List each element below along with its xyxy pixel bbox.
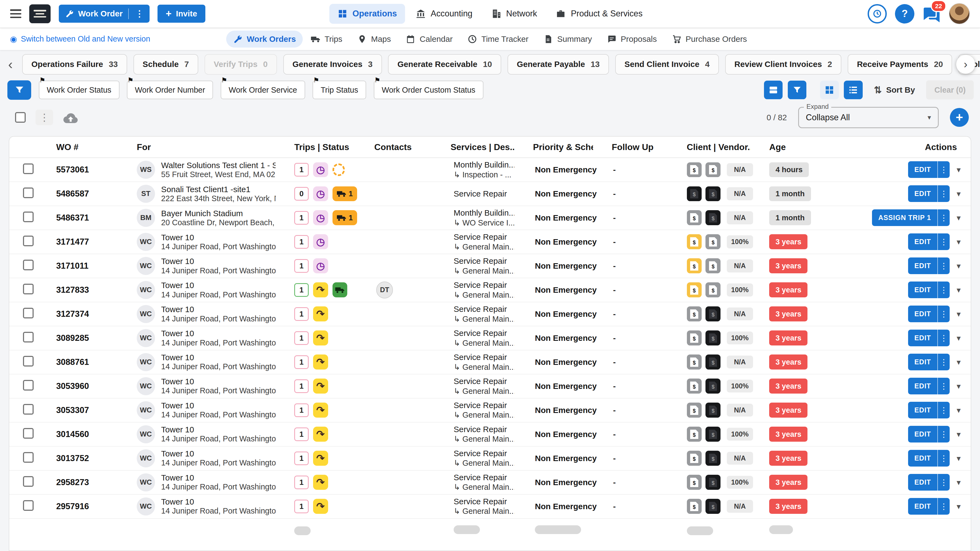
row-more-button[interactable]: ⋮ (937, 450, 950, 467)
row-checkbox[interactable] (23, 260, 33, 270)
trip-count-badge[interactable]: 1 (294, 283, 309, 297)
switch-version-link[interactable]: ◉ Switch between Old and New version (10, 34, 150, 44)
trip-count-badge[interactable]: 1 (294, 211, 309, 225)
grid-view-icon[interactable] (820, 81, 839, 100)
select-all-checkbox[interactable] (15, 112, 26, 123)
tab-work-orders[interactable]: Work Orders (226, 30, 303, 48)
row-more-button[interactable]: ⋮ (937, 257, 950, 274)
scroll-left-chevron-icon[interactable]: ‹ (5, 57, 16, 71)
row-more-button[interactable]: ⋮ (937, 378, 950, 394)
chip-trip-status[interactable]: Trip Status (313, 81, 366, 100)
row-expand-chevron-icon[interactable]: ▾ (957, 333, 961, 343)
tab-time-tracker[interactable]: Time Tracker (461, 30, 535, 48)
row-more-button[interactable]: ⋮ (937, 185, 950, 202)
chat-icon[interactable]: 22 (923, 7, 940, 23)
edit-button[interactable]: EDIT (908, 378, 937, 394)
row-expand-chevron-icon[interactable]: ▾ (957, 237, 961, 246)
tab-purchase-orders[interactable]: Purchase Orders (665, 30, 754, 48)
nav-product-services[interactable]: Product & Services (548, 4, 651, 24)
chip-work-order-number[interactable]: Work Order Number (127, 81, 213, 100)
row-expand-chevron-icon[interactable]: ▾ (957, 381, 961, 391)
trip-count-badge[interactable]: 1 (294, 403, 309, 417)
tab-proposals[interactable]: Proposals (600, 30, 664, 48)
edit-button[interactable]: EDIT (908, 330, 937, 346)
trip-count-badge[interactable]: 1 (294, 500, 309, 513)
chip-work-order-status[interactable]: Work Order Status (39, 81, 119, 100)
pipeline-generate-invoices[interactable]: Generate Invoices3 (283, 54, 382, 75)
header-age[interactable]: Age (751, 142, 838, 152)
trip-count-badge[interactable]: 1 (294, 331, 309, 345)
header-for[interactable]: For (118, 142, 275, 152)
row-checkbox[interactable] (23, 284, 33, 294)
row-more-button[interactable]: ⋮ (937, 233, 950, 250)
edit-button[interactable]: EDIT (908, 474, 937, 491)
row-checkbox[interactable] (23, 308, 33, 318)
row-expand-chevron-icon[interactable]: ▾ (957, 213, 961, 222)
cloud-upload-icon[interactable] (63, 111, 78, 123)
edit-button[interactable]: EDIT (908, 257, 937, 274)
row-expand-chevron-icon[interactable]: ▾ (957, 285, 961, 295)
edit-button[interactable]: EDIT (908, 498, 937, 514)
edit-button[interactable]: EDIT (908, 402, 937, 418)
row-more-button[interactable]: ⋮ (937, 354, 950, 370)
row-checkbox[interactable] (23, 380, 33, 391)
pipeline-generate-payable[interactable]: Generate Payable13 (508, 54, 609, 75)
filter-button[interactable] (7, 80, 31, 100)
row-checkbox[interactable] (23, 164, 33, 174)
chip-work-order-service[interactable]: Work Order Service (221, 81, 305, 100)
card-view-icon[interactable] (764, 81, 783, 100)
row-expand-chevron-icon[interactable]: ▾ (957, 309, 961, 319)
row-more-button[interactable]: ⋮ (937, 281, 950, 298)
row-checkbox[interactable] (23, 356, 33, 367)
scroll-right-chevron-icon[interactable]: › (956, 55, 975, 74)
row-checkbox[interactable] (23, 428, 33, 439)
work-order-button[interactable]: Work Order ⋮ (59, 5, 150, 23)
expand-collapse-dropdown[interactable]: Expand Collapse All ▾ (798, 107, 939, 128)
row-more-button[interactable]: ⋮ (937, 402, 950, 418)
trip-count-badge[interactable]: 1 (294, 307, 309, 321)
edit-button[interactable]: EDIT (908, 161, 937, 178)
header-trips-status[interactable]: Trips | Status (275, 142, 356, 152)
funnel-view-icon[interactable] (788, 81, 807, 100)
row-checkbox[interactable] (23, 452, 33, 463)
bulk-actions-icon[interactable]: ⋮ (35, 110, 53, 125)
row-expand-chevron-icon[interactable]: ▾ (957, 502, 961, 511)
header-follow-up[interactable]: Follow Up (593, 142, 668, 152)
row-checkbox[interactable] (23, 211, 33, 222)
chip-work-order-custom-status[interactable]: Work Order Custom Status (374, 81, 484, 100)
edit-button[interactable]: EDIT (908, 426, 937, 443)
trip-count-badge[interactable]: 1 (294, 235, 309, 249)
tab-summary[interactable]: Summary (536, 30, 599, 48)
pipeline-send-client-invoice[interactable]: Send Client Invoice4 (615, 54, 719, 75)
edit-button[interactable]: EDIT (908, 354, 937, 370)
trip-count-badge[interactable]: 1 (294, 163, 309, 176)
row-expand-chevron-icon[interactable]: ▾ (957, 453, 961, 463)
tab-maps[interactable]: Maps (350, 30, 398, 48)
help-icon[interactable]: ? (895, 4, 915, 24)
pipeline-generate-receivable[interactable]: Generate Receivable10 (388, 54, 501, 75)
header-services[interactable]: Services | Des... (432, 142, 514, 152)
pipeline-operations-failure[interactable]: Operations Failure33 (22, 54, 127, 75)
add-work-order-button[interactable]: + (950, 108, 969, 127)
row-checkbox[interactable] (23, 236, 33, 246)
row-more-button[interactable]: ⋮ (937, 426, 950, 443)
user-avatar[interactable] (949, 3, 970, 24)
row-expand-chevron-icon[interactable]: ▾ (957, 165, 961, 175)
contact-avatar[interactable]: DT (376, 281, 393, 299)
tab-trips[interactable]: Trips (304, 30, 349, 48)
pipeline-review-client-invoices[interactable]: Review Client Invoices2 (725, 54, 842, 75)
pipeline-schedule[interactable]: Schedule7 (134, 54, 198, 75)
row-expand-chevron-icon[interactable]: ▾ (957, 189, 961, 198)
row-checkbox[interactable] (23, 332, 33, 343)
header-contacts[interactable]: Contacts (355, 142, 432, 152)
row-expand-chevron-icon[interactable]: ▾ (957, 261, 961, 271)
company-logo[interactable] (29, 5, 51, 23)
trip-count-badge[interactable]: 1 (294, 476, 309, 489)
row-expand-chevron-icon[interactable]: ▾ (957, 478, 961, 487)
pipeline-receive-payments[interactable]: Receive Payments20 (848, 54, 952, 75)
row-more-button[interactable]: ⋮ (937, 330, 950, 346)
tab-calendar[interactable]: Calendar (399, 30, 460, 48)
row-more-button[interactable]: ⋮ (937, 161, 950, 178)
history-icon[interactable] (868, 4, 887, 24)
trip-count-badge[interactable]: 1 (294, 259, 309, 273)
